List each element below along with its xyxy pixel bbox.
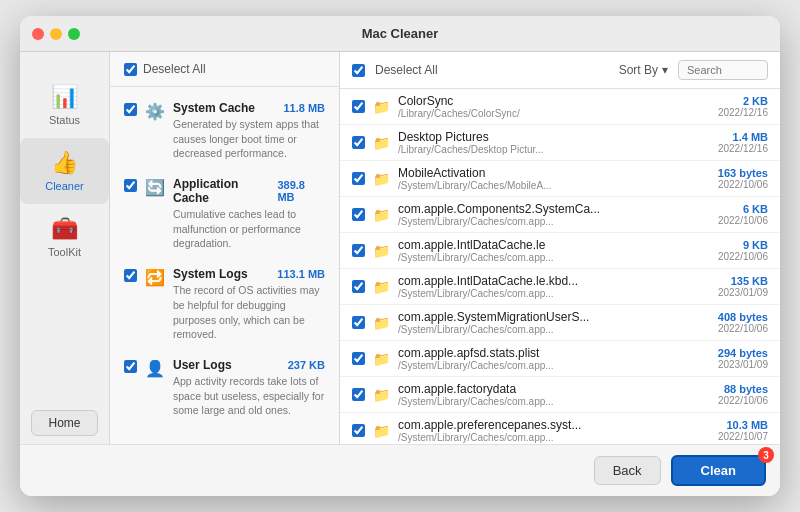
file-name-6: com.apple.SystemMigrationUserS... <box>398 310 710 324</box>
right-deselect-all-label: Deselect All <box>375 63 438 77</box>
home-button[interactable]: Home <box>31 410 97 436</box>
file-size-2: 163 bytes <box>718 167 768 179</box>
titlebar: Mac Cleaner <box>20 16 780 52</box>
file-info-4: com.apple.IntlDataCache.le /System/Libra… <box>398 238 710 263</box>
file-checkbox-8[interactable] <box>352 388 365 401</box>
file-path-9: /System/Library/Caches/com.app... <box>398 432 710 443</box>
file-checkbox-0[interactable] <box>352 100 365 113</box>
left-deselect-all-checkbox[interactable] <box>124 63 137 76</box>
clean-button[interactable]: Clean <box>671 455 766 486</box>
file-row: 📁 Desktop Pictures /Library/Caches/Deskt… <box>340 125 780 161</box>
sidebar-item-cleaner-label: Cleaner <box>45 180 84 192</box>
cleaner-icon: 👍 <box>51 150 78 176</box>
cat-icon-user-logs: 👤 <box>145 359 165 378</box>
category-item-system-logs: 🔁 System Logs 113.1 MB The record of OS … <box>110 259 339 350</box>
file-date-9: 2022/10/07 <box>718 431 768 442</box>
left-panel: Deselect All ⚙️ System Cache 11.8 MB Gen… <box>110 52 340 444</box>
cat-size-user-logs: 237 KB <box>288 359 325 371</box>
window-title: Mac Cleaner <box>362 26 439 41</box>
file-info-0: ColorSync /Library/Caches/ColorSync/ <box>398 94 710 119</box>
cat-info-user-logs: User Logs 237 KB App activity records ta… <box>173 358 325 418</box>
cat-checkbox-app-cache[interactable] <box>124 179 137 192</box>
file-info-5: com.apple.IntlDataCache.le.kbd... /Syste… <box>398 274 710 299</box>
cat-desc-app-cache: Cumulative caches lead to malfunction or… <box>173 207 325 251</box>
cat-checkbox-user-logs[interactable] <box>124 360 137 373</box>
file-size-col-4: 9 KB 2022/10/06 <box>718 239 768 262</box>
file-path-4: /System/Library/Caches/com.app... <box>398 252 710 263</box>
cat-size-system-logs: 113.1 MB <box>277 268 325 280</box>
minimize-button[interactable] <box>50 28 62 40</box>
right-panel: Deselect All Sort By ▾ 📁 ColorSync /Libr… <box>340 52 780 444</box>
file-info-1: Desktop Pictures /Library/Caches/Desktop… <box>398 130 710 155</box>
file-size-col-5: 135 KB 2023/01/09 <box>718 275 768 298</box>
back-button[interactable]: Back <box>594 456 661 485</box>
file-row: 📁 com.apple.IntlDataCache.le /System/Lib… <box>340 233 780 269</box>
file-path-7: /System/Library/Caches/com.app... <box>398 360 710 371</box>
folder-icon: 📁 <box>373 135 390 151</box>
file-path-0: /Library/Caches/ColorSync/ <box>398 108 710 119</box>
status-icon: 📊 <box>51 84 78 110</box>
file-path-6: /System/Library/Caches/com.app... <box>398 324 710 335</box>
clean-badge: 3 <box>758 447 774 463</box>
cat-info-system-logs: System Logs 113.1 MB The record of OS ac… <box>173 267 325 342</box>
file-row: 📁 MobileActivation /System/Library/Cache… <box>340 161 780 197</box>
cat-checkbox-system-logs[interactable] <box>124 269 137 282</box>
cat-desc-system-logs: The record of OS activities may be helpf… <box>173 283 325 342</box>
file-size-6: 408 bytes <box>718 311 768 323</box>
file-row: 📁 com.apple.factorydata /System/Library/… <box>340 377 780 413</box>
file-name-7: com.apple.apfsd.stats.plist <box>398 346 710 360</box>
file-date-1: 2022/12/16 <box>718 143 768 154</box>
cat-size-system-cache: 11.8 MB <box>283 102 325 114</box>
cat-name-user-logs: User Logs <box>173 358 232 372</box>
right-deselect-all-checkbox[interactable] <box>352 64 365 77</box>
file-date-0: 2022/12/16 <box>718 107 768 118</box>
file-size-col-9: 10.3 MB 2022/10/07 <box>718 419 768 442</box>
folder-icon: 📁 <box>373 243 390 259</box>
cat-name-system-logs: System Logs <box>173 267 248 281</box>
file-checkbox-7[interactable] <box>352 352 365 365</box>
sidebar-item-status-label: Status <box>49 114 80 126</box>
file-size-9: 10.3 MB <box>718 419 768 431</box>
file-path-5: /System/Library/Caches/com.app... <box>398 288 710 299</box>
file-path-2: /System/Library/Caches/MobileA... <box>398 180 710 191</box>
file-info-8: com.apple.factorydata /System/Library/Ca… <box>398 382 710 407</box>
chevron-down-icon: ▾ <box>662 63 668 77</box>
file-name-3: com.apple.Components2.SystemCa... <box>398 202 710 216</box>
close-button[interactable] <box>32 28 44 40</box>
file-checkbox-1[interactable] <box>352 136 365 149</box>
left-panel-header: Deselect All <box>110 52 339 87</box>
file-date-7: 2023/01/09 <box>718 359 768 370</box>
file-date-5: 2023/01/09 <box>718 287 768 298</box>
maximize-button[interactable] <box>68 28 80 40</box>
file-path-1: /Library/Caches/Desktop Pictur... <box>398 144 710 155</box>
cat-header-system-logs: System Logs 113.1 MB <box>173 267 325 281</box>
sidebar-item-toolkit[interactable]: 🧰 ToolKit <box>20 204 109 270</box>
sort-by-label: Sort By <box>619 63 658 77</box>
cat-info-app-cache: Application Cache 389.8 MB Cumulative ca… <box>173 177 325 251</box>
file-date-3: 2022/10/06 <box>718 215 768 226</box>
file-size-0: 2 KB <box>718 95 768 107</box>
file-checkbox-2[interactable] <box>352 172 365 185</box>
file-info-3: com.apple.Components2.SystemCa... /Syste… <box>398 202 710 227</box>
file-name-8: com.apple.factorydata <box>398 382 710 396</box>
file-checkbox-5[interactable] <box>352 280 365 293</box>
file-row: 📁 com.apple.IntlDataCache.le.kbd... /Sys… <box>340 269 780 305</box>
sidebar-bottom: Home <box>20 410 109 436</box>
file-checkbox-4[interactable] <box>352 244 365 257</box>
search-input[interactable] <box>678 60 768 80</box>
sidebar: 📊 Status 👍 Cleaner 🧰 ToolKit Home <box>20 52 110 444</box>
sort-by-button[interactable]: Sort By ▾ <box>619 63 668 77</box>
sidebar-item-status[interactable]: 📊 Status <box>20 72 109 138</box>
file-name-2: MobileActivation <box>398 166 710 180</box>
file-checkbox-6[interactable] <box>352 316 365 329</box>
file-checkbox-9[interactable] <box>352 424 365 437</box>
file-date-6: 2022/10/06 <box>718 323 768 334</box>
file-checkbox-3[interactable] <box>352 208 365 221</box>
folder-icon: 📁 <box>373 99 390 115</box>
cat-header-user-logs: User Logs 237 KB <box>173 358 325 372</box>
file-date-4: 2022/10/06 <box>718 251 768 262</box>
cat-checkbox-system-cache[interactable] <box>124 103 137 116</box>
file-row: 📁 ColorSync /Library/Caches/ColorSync/ 2… <box>340 89 780 125</box>
file-size-3: 6 KB <box>718 203 768 215</box>
sidebar-item-cleaner[interactable]: 👍 Cleaner <box>20 138 109 204</box>
